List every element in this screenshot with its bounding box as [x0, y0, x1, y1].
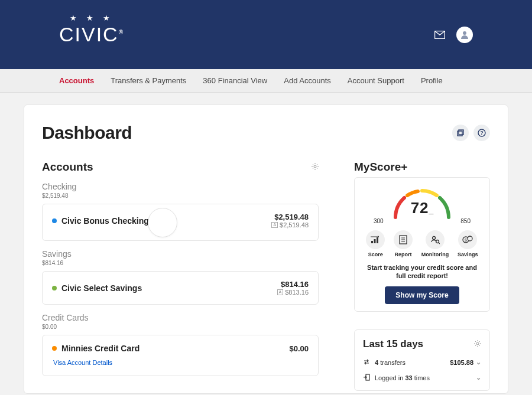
avatar[interactable] [456, 27, 473, 43]
logo: ★ ★ ★ CIVIC® [59, 23, 124, 46]
balance-available: A $813.16 [277, 289, 309, 296]
category-total: $814.16 [42, 260, 319, 266]
tile-label: Savings [458, 252, 478, 257]
nav-add-accounts[interactable]: Add Accounts [284, 76, 331, 85]
tile-savings[interactable]: $ Savings [458, 230, 478, 257]
gear-icon[interactable] [474, 339, 481, 350]
mail-icon[interactable] [432, 27, 448, 43]
chevron-down-icon: ⌄ [476, 374, 481, 381]
account-balances: $2,519.48 A $2,519.48 [271, 213, 309, 228]
tile-label: Score [368, 252, 383, 257]
score-tiles: Score Report Monitoring [362, 230, 482, 257]
tile-score[interactable]: Score [366, 230, 385, 257]
chevron-down-icon: ⌄ [476, 358, 481, 366]
nav-accounts[interactable]: Accounts [59, 76, 94, 85]
monitoring-icon [426, 230, 445, 249]
category-total: $0.00 [42, 324, 319, 330]
svg-line-24 [439, 243, 440, 244]
score-card: 72_ 300 850 Score [354, 177, 490, 312]
accounts-column: Accounts Checking $2,519.48 Civic Bonus … [42, 161, 319, 391]
account-name: Civic Select Savings [52, 283, 142, 293]
nav-transfers[interactable]: Transfers & Payments [111, 76, 186, 85]
page-title: Dashboard [42, 123, 132, 143]
svg-line-35 [475, 345, 476, 345]
category-label: Credit Cards [42, 313, 319, 322]
account-balances: $814.16 A $813.16 [277, 280, 309, 296]
transfer-icon [363, 358, 370, 367]
dot-icon [52, 218, 57, 223]
show-score-button[interactable]: Show my Score [385, 286, 459, 304]
category-label: Savings [42, 249, 319, 259]
page-header: Dashboard ? [42, 123, 490, 143]
account-card[interactable]: Civic Select Savings $814.16 A $813.16 [42, 271, 319, 305]
tile-label: Monitoring [421, 252, 449, 257]
svg-rect-17 [377, 237, 378, 243]
svg-line-12 [317, 168, 317, 169]
visa-details-link[interactable]: Visa Account Details [52, 359, 112, 366]
tile-label: Report [395, 252, 412, 257]
svg-rect-3 [459, 130, 463, 135]
nav-support[interactable]: Account Support [348, 76, 404, 85]
dot-icon [52, 346, 57, 351]
logins-row[interactable]: Logged in 33 times ⌄ [363, 370, 481, 386]
balance-main: $814.16 [277, 280, 309, 289]
nav-profile[interactable]: Profile [421, 76, 443, 85]
balance-main: $2,519.48 [271, 213, 309, 221]
svg-point-1 [463, 31, 466, 35]
svg-line-14 [317, 164, 317, 165]
account-name: Civic Bonus Checking [52, 216, 149, 226]
svg-rect-16 [374, 239, 376, 243]
svg-point-22 [433, 237, 436, 240]
help-icon[interactable]: ? [473, 125, 490, 141]
coins-icon: $ [458, 230, 477, 249]
score-min: 300 [374, 218, 384, 224]
svg-line-36 [479, 341, 480, 342]
tile-monitoring[interactable]: Monitoring [421, 230, 449, 257]
header-icons [432, 27, 473, 43]
balance-available: A $2,519.48 [271, 221, 309, 228]
document-icon [394, 230, 413, 249]
tile-report[interactable]: Report [394, 230, 413, 257]
balance-main: $0.00 [289, 344, 309, 353]
last-days-title: Last 15 days [363, 338, 423, 350]
gear-icon[interactable] [312, 162, 319, 172]
account-name: Minnies Credit Card [52, 344, 140, 353]
logo-stars-icon: ★ ★ ★ [59, 14, 124, 22]
transfers-amount: $105.88 [450, 359, 473, 366]
page-head-icons: ? [452, 125, 490, 141]
copy-icon[interactable] [452, 125, 469, 141]
svg-line-33 [475, 341, 476, 342]
svg-text:?: ? [480, 130, 484, 136]
gauge: 72_ [384, 185, 460, 220]
last-days-card: Last 15 days 4 transfers $105.88 ⌄ [354, 329, 490, 391]
score-message: Start tracking your credit score and ful… [362, 263, 482, 280]
dot-icon [52, 286, 57, 290]
nav-360[interactable]: 360 Financial View [203, 76, 267, 85]
svg-point-27 [468, 236, 472, 241]
svg-rect-15 [371, 241, 373, 243]
svg-point-28 [476, 342, 479, 345]
logo-text: ★ ★ ★ CIVIC® [59, 23, 124, 46]
account-name-text: Civic Bonus Checking [61, 216, 149, 226]
category-total: $2,519.48 [42, 192, 319, 199]
svg-line-11 [313, 164, 313, 165]
account-name-text: Civic Select Savings [61, 283, 142, 293]
dashboard-container: Dashboard ? Accounts Checking $2,519.48 [24, 105, 508, 394]
transfers-row[interactable]: 4 transfers $105.88 ⌄ [363, 355, 481, 370]
ghost-circle [148, 208, 177, 237]
main-nav: Accounts Transfers & Payments 360 Financ… [0, 69, 532, 93]
bars-icon [366, 230, 385, 249]
accounts-heading: Accounts [42, 161, 93, 174]
myscore-heading: MyScore+ [354, 161, 490, 174]
available-badge: A [271, 222, 278, 228]
svg-line-34 [479, 345, 480, 345]
available-badge: A [277, 289, 284, 295]
svg-text:$: $ [465, 238, 467, 242]
account-name-text: Minnies Credit Card [61, 344, 140, 353]
account-card[interactable]: Civic Bonus Checking $2,519.48 A $2,519.… [42, 204, 319, 241]
score-value: 72_ [384, 199, 460, 217]
account-card[interactable]: Minnies Credit Card $0.00 Visa Account D… [42, 335, 319, 376]
login-icon [363, 374, 370, 382]
app-header: ★ ★ ★ CIVIC® [0, 0, 532, 69]
right-column: MyScore+ 72_ 300 850 [354, 161, 490, 391]
